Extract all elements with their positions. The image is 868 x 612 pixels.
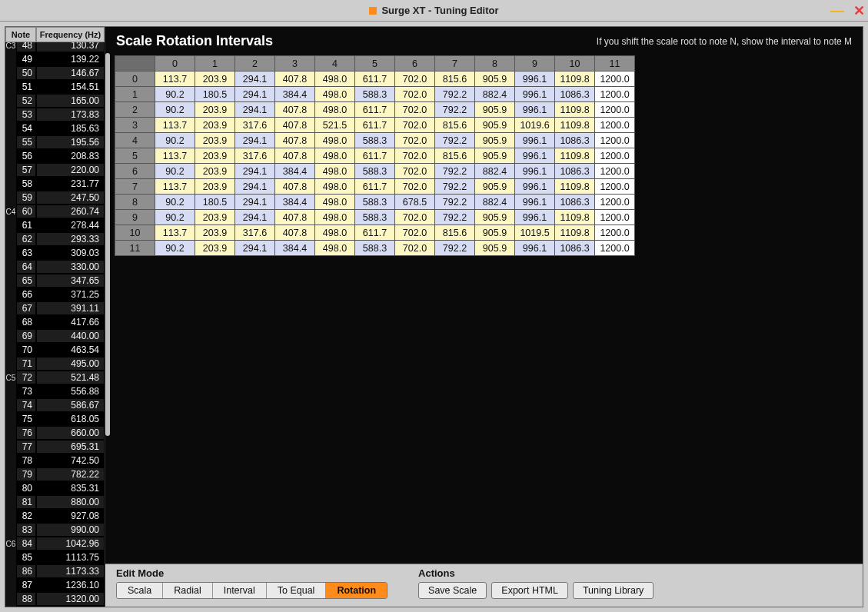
note-row[interactable]: 59247.50 (5, 191, 105, 205)
matrix-cell: 792.2 (435, 133, 475, 148)
export-html-button[interactable]: Export HTML (491, 582, 568, 599)
mode-radial-button[interactable]: Radial (163, 583, 212, 598)
note-row[interactable]: 76660.00 (5, 426, 105, 440)
note-frequency: 417.66 (36, 315, 105, 329)
freq-header: Frequency (Hz) (36, 27, 105, 42)
matrix-cell: 407.8 (275, 179, 315, 195)
note-row[interactable]: C348130.37 (5, 42, 105, 52)
note-number: 55 (16, 135, 36, 149)
note-row[interactable]: 62293.33 (5, 232, 105, 246)
note-number: 58 (16, 177, 36, 191)
minimize-button[interactable]: — (830, 3, 844, 19)
octave-label (5, 592, 16, 606)
note-row[interactable]: 861173.33 (5, 564, 105, 578)
matrix-cell: 792.2 (435, 195, 475, 210)
note-row[interactable]: 81880.00 (5, 495, 105, 509)
matrix-cell: 203.9 (195, 148, 235, 164)
matrix-col-header: 9 (515, 56, 555, 72)
note-row[interactable]: 65347.65 (5, 274, 105, 288)
octave-label (5, 329, 16, 343)
note-row[interactable]: 80835.31 (5, 481, 105, 495)
mode-scala-button[interactable]: Scala (117, 583, 163, 598)
matrix-cell: 996.1 (515, 72, 555, 87)
note-number: 68 (16, 315, 36, 329)
note-row[interactable]: 52165.00 (5, 94, 105, 108)
note-row[interactable]: 53173.83 (5, 108, 105, 121)
note-number: 87 (16, 578, 36, 592)
note-number: 65 (16, 274, 36, 288)
note-row[interactable]: 61278.44 (5, 218, 105, 232)
matrix-row-header: 10 (115, 225, 155, 241)
octave-label (5, 260, 16, 274)
note-row[interactable]: 58231.77 (5, 177, 105, 191)
note-row[interactable]: 83990.00 (5, 523, 105, 537)
note-row[interactable]: 891390.62 (5, 606, 105, 607)
note-rows-scroll[interactable]: C348130.3749139.2250146.6751154.5152165.… (5, 42, 105, 607)
note-row[interactable]: 851113.75 (5, 550, 105, 564)
close-button[interactable]: ✕ (853, 2, 865, 19)
note-number: 57 (16, 163, 36, 177)
note-row[interactable]: 56208.83 (5, 149, 105, 163)
window-title: Surge XT - Tuning Editor (381, 5, 498, 16)
octave-label (5, 163, 16, 177)
note-number: 52 (16, 94, 36, 108)
note-row[interactable]: 75618.05 (5, 412, 105, 426)
note-number: 79 (16, 467, 36, 481)
edit-mode-label: Edit Mode (116, 567, 387, 579)
save-scale-button[interactable]: Save Scale (418, 582, 487, 599)
matrix-cell: 611.7 (355, 148, 395, 164)
note-row[interactable]: 78742.50 (5, 454, 105, 467)
page-subtitle: If you shift the scale root to note N, s… (597, 36, 852, 47)
matrix-cell: 815.6 (435, 225, 475, 241)
note-row[interactable]: 63309.03 (5, 246, 105, 260)
matrix-cell: 203.9 (195, 133, 235, 148)
note-row[interactable]: 51154.51 (5, 80, 105, 94)
note-row[interactable]: 68417.66 (5, 315, 105, 329)
note-row[interactable]: 79782.22 (5, 467, 105, 481)
note-row[interactable]: 50146.67 (5, 66, 105, 80)
note-frequency: 293.33 (36, 232, 105, 246)
note-row[interactable]: 871236.10 (5, 578, 105, 592)
octave-label (5, 80, 16, 94)
matrix-cell: 294.1 (235, 195, 275, 210)
mode-rotation-button[interactable]: Rotation (326, 583, 387, 598)
matrix-cell: 1200.0 (595, 87, 635, 102)
matrix-cell: 407.8 (275, 102, 315, 118)
note-row[interactable]: 54185.63 (5, 121, 105, 135)
matrix-cell: 815.6 (435, 148, 475, 164)
note-number: 76 (16, 426, 36, 440)
note-row[interactable]: 70463.54 (5, 343, 105, 357)
matrix-cell: 611.7 (355, 225, 395, 241)
note-row[interactable]: 82927.08 (5, 509, 105, 523)
note-row[interactable]: 49139.22 (5, 52, 105, 66)
note-row[interactable]: 71495.00 (5, 357, 105, 371)
note-row[interactable]: 69440.00 (5, 329, 105, 343)
matrix-cell: 1200.0 (595, 241, 635, 256)
note-number: 70 (16, 343, 36, 357)
note-row[interactable]: 74586.67 (5, 398, 105, 412)
note-row[interactable]: 64330.00 (5, 260, 105, 274)
note-frequency: 660.00 (36, 426, 105, 440)
scroll-indicator[interactable] (105, 53, 110, 436)
matrix-cell: 203.9 (195, 179, 235, 195)
mode-interval-button[interactable]: Interval (213, 583, 267, 598)
mode-toequal-button[interactable]: To Equal (267, 583, 327, 598)
note-frequency: 247.50 (36, 191, 105, 205)
note-row[interactable]: 57220.00 (5, 163, 105, 177)
matrix-cell: 1109.8 (555, 102, 595, 118)
tuning-library-button[interactable]: Tuning Library (573, 582, 653, 599)
note-row[interactable]: 66371.25 (5, 288, 105, 301)
note-row[interactable]: 67391.11 (5, 301, 105, 315)
note-row[interactable]: C6841042.96 (5, 537, 105, 550)
note-frequency: 495.00 (36, 357, 105, 371)
matrix-cell: 1200.0 (595, 72, 635, 87)
note-row[interactable]: 881320.00 (5, 592, 105, 606)
note-frequency: 260.74 (36, 205, 105, 218)
note-row[interactable]: 77695.31 (5, 440, 105, 454)
matrix-cell: 702.0 (395, 210, 435, 225)
note-row[interactable]: 55195.56 (5, 135, 105, 149)
note-frequency: 185.63 (36, 121, 105, 135)
note-row[interactable]: 73556.88 (5, 384, 105, 398)
note-row[interactable]: C460260.74 (5, 205, 105, 218)
note-row[interactable]: C572521.48 (5, 371, 105, 384)
